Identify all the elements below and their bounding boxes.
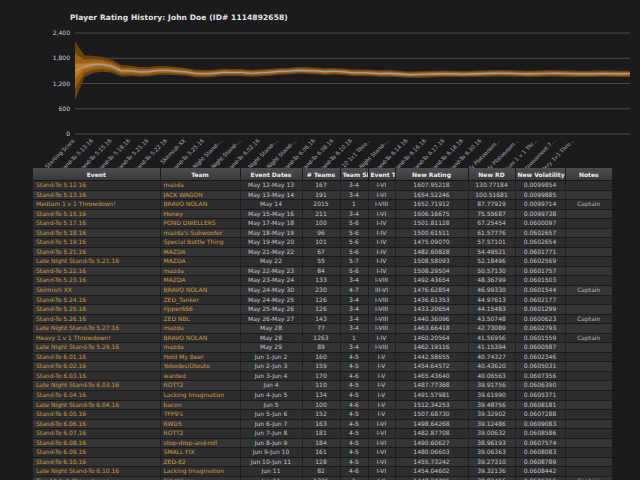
- team-link[interactable]: SMALL FIX: [160, 448, 240, 458]
- event-link[interactable]: Stand-To 6.05.16: [33, 410, 160, 420]
- event-link[interactable]: Stand-To 5.23.16: [33, 276, 160, 286]
- table-row[interactable]: Late Night Stand-To 5.29.16mazdaMay 2989…: [33, 343, 612, 353]
- team-link[interactable]: ZED-E2: [160, 457, 240, 467]
- team-link[interactable]: Special Battle Thing: [160, 238, 240, 248]
- team-link[interactable]: POND DWELLERS: [160, 219, 240, 229]
- team-link[interactable]: ROTT2: [160, 381, 240, 391]
- table-row[interactable]: Stand-To 6.03.16wantedJun 3-Jun 41704-6I…: [33, 371, 612, 381]
- column-header-new-rd[interactable]: New RD: [468, 168, 515, 181]
- team-link[interactable]: 7FP9's: [160, 410, 240, 420]
- team-link[interactable]: Lacking Imagination: [160, 467, 240, 477]
- column-header-event-dates[interactable]: Event Dates: [240, 168, 302, 181]
- table-row[interactable]: Stand-To 6.09.16SMALL FIXJun 9-Jun 10161…: [33, 448, 612, 458]
- event-link[interactable]: Late Night Stand-To 5.27.16: [33, 324, 160, 334]
- column-header-team[interactable]: Team: [160, 168, 240, 181]
- event-link[interactable]: Stand-To 6.09.16: [33, 448, 160, 458]
- table-row[interactable]: Stand-To 5.13.16JACK WAGONMay 13-May 141…: [33, 190, 612, 200]
- column-header-event-tier[interactable]: Event Tier: [368, 168, 395, 181]
- team-link[interactable]: BRAVO NOLAN: [160, 286, 240, 296]
- team-link[interactable]: mazda's Subwoofer: [160, 228, 240, 238]
- table-row[interactable]: Stand-To 6.04.16Lacking ImaginationJun 4…: [33, 391, 612, 401]
- table-row[interactable]: Stand-To 6.08.16stop-drop-and-rollJun 8-…: [33, 438, 612, 448]
- team-link[interactable]: wanted: [160, 371, 240, 381]
- table-row[interactable]: Stand-To 6.10.16ZED-E2Jun 10-Jun 111284-…: [33, 457, 612, 467]
- column-header-new-rating[interactable]: New Rating: [395, 168, 468, 181]
- table-row[interactable]: Late Night Stand-To 6.04.16baconJun 5100…: [33, 400, 612, 410]
- table-row[interactable]: Stand-To 5.21.16MAZDAMay 21-May 22675-6I…: [33, 247, 612, 257]
- event-link[interactable]: Stand-To 5.22.16: [33, 266, 160, 276]
- table-row[interactable]: Late Night Stand-To 5.27.16mazdaMay 2877…: [33, 324, 612, 334]
- team-link[interactable]: mazda: [160, 343, 240, 353]
- table-row[interactable]: Late Night Stand-To 6.10.16Lacking Imagi…: [33, 467, 612, 477]
- column-header-new-volatility[interactable]: New Volatility: [515, 168, 565, 181]
- team-link[interactable]: stop-drop-and-roll: [160, 438, 240, 448]
- column-header-event[interactable]: Event: [33, 168, 160, 181]
- table-row[interactable]: Stand-To 5.22.16mazdaMay 22-May 23845-6I…: [33, 266, 612, 276]
- table-row[interactable]: Stand-To 5.15.16HoneyMay 15-May 162113-4…: [33, 209, 612, 219]
- team-link[interactable]: ZED_Tanker: [160, 295, 240, 305]
- event-link[interactable]: Stand-To 6.08.16: [33, 438, 160, 448]
- event-link[interactable]: Stand-To 5.17.16: [33, 219, 160, 229]
- event-link[interactable]: Late Night Stand-To 6.04.16: [33, 400, 160, 410]
- team-link[interactable]: mazda: [160, 324, 240, 334]
- team-link[interactable]: RWD5: [160, 419, 240, 429]
- event-link[interactable]: Stand-To 5.21.16: [33, 247, 160, 257]
- table-row[interactable]: Skirmish XXBRAVO NOLANMay 24-May 302304-…: [33, 286, 612, 296]
- event-link[interactable]: Skirmish XX: [33, 286, 160, 296]
- column-header-team-size[interactable]: Team Size: [340, 168, 368, 181]
- event-link[interactable]: Stand-To 5.18.16: [33, 228, 160, 238]
- event-link[interactable]: Heavy 1 v 1 Throwdown!: [33, 333, 160, 343]
- event-link[interactable]: Stand-To 5.12.16: [33, 181, 160, 191]
- team-link[interactable]: MAZDA: [160, 247, 240, 257]
- event-link[interactable]: Stand-To 6.02.16: [33, 362, 160, 372]
- table-row[interactable]: Stand-To 6.07.16ROTT2Jun 7-Jun 81814-5I-…: [33, 429, 612, 439]
- table-row[interactable]: Stand-To 5.19.16Special Battle ThingMay …: [33, 238, 612, 248]
- table-row[interactable]: Stand-To 5.23.16MAZDAMay 23-May 241333-4…: [33, 276, 612, 286]
- team-link[interactable]: mazda: [160, 266, 240, 276]
- team-link[interactable]: Lacking Imagination: [160, 391, 240, 401]
- event-link[interactable]: Stand-To 5.19.16: [33, 238, 160, 248]
- table-row[interactable]: Stand-To 6.02.16YokodesiOtoutoJun 2-Jun …: [33, 362, 612, 372]
- event-link[interactable]: Stand-To 5.25.16: [33, 305, 160, 315]
- event-link[interactable]: Stand-To 5.15.16: [33, 209, 160, 219]
- event-link[interactable]: Stand-To 6.03.16: [33, 371, 160, 381]
- event-link[interactable]: Medium 1 v 1 Throwdown!: [33, 200, 160, 210]
- event-link[interactable]: Late Night Stand-To 6.10.16: [33, 467, 160, 477]
- team-link[interactable]: MAZDA: [160, 276, 240, 286]
- team-link[interactable]: BRAVO NOLAN: [160, 200, 240, 210]
- event-link[interactable]: Stand-To 6.04.16: [33, 391, 160, 401]
- table-row[interactable]: Stand-To 5.24.16ZED_TankerMay 24-May 251…: [33, 295, 612, 305]
- team-link[interactable]: Hold My Beer: [160, 352, 240, 362]
- table-row[interactable]: Tier 10 1v1 Throwdown!Bill WilsonJun 111…: [33, 476, 612, 480]
- team-link[interactable]: mazda: [160, 181, 240, 191]
- column-header--teams[interactable]: # Teams: [302, 168, 340, 181]
- event-link[interactable]: Late Night Stand-To 5.21.16: [33, 257, 160, 267]
- team-link[interactable]: JACK WAGON: [160, 190, 240, 200]
- team-link[interactable]: bacon: [160, 400, 240, 410]
- table-row[interactable]: Stand-To 6.06.16RWD5Jun 6-Jun 71634-5I-V…: [33, 419, 612, 429]
- table-row[interactable]: Stand-To 5.26.16ZED NBLMay 26-May 271433…: [33, 314, 612, 324]
- event-link[interactable]: Stand-To 5.13.16: [33, 190, 160, 200]
- table-row[interactable]: Late Night Stand-To 6.03.16ROTT2Jun 4110…: [33, 381, 612, 391]
- event-link[interactable]: Stand-To 6.06.16: [33, 419, 160, 429]
- team-link[interactable]: ripper666: [160, 305, 240, 315]
- table-row[interactable]: Medium 1 v 1 Throwdown!BRAVO NOLANMay 14…: [33, 200, 612, 210]
- table-row[interactable]: Stand-To 5.25.16ripper666May 25-May 2612…: [33, 305, 612, 315]
- table-row[interactable]: Stand-To 5.17.16POND DWELLERSMay 17-May …: [33, 219, 612, 229]
- table-row[interactable]: Stand-To 6.01.16Hold My BeerJun 1-Jun 21…: [33, 352, 612, 362]
- event-link[interactable]: Stand-To 6.10.16: [33, 457, 160, 467]
- table-row[interactable]: Stand-To 6.05.167FP9'sJun 5-Jun 61524-5I…: [33, 410, 612, 420]
- event-link[interactable]: Stand-To 6.07.16: [33, 429, 160, 439]
- team-link[interactable]: ROTT2: [160, 429, 240, 439]
- event-link[interactable]: Late Night Stand-To 5.29.16: [33, 343, 160, 353]
- team-link[interactable]: Bill Wilson: [160, 476, 240, 480]
- team-link[interactable]: ZED NBL: [160, 314, 240, 324]
- table-row[interactable]: Stand-To 5.12.16mazdaMay 12-May 131673-4…: [33, 181, 612, 191]
- event-link[interactable]: Stand-To 5.24.16: [33, 295, 160, 305]
- team-link[interactable]: MAZDA: [160, 257, 240, 267]
- team-link[interactable]: YokodesiOtouto: [160, 362, 240, 372]
- table-row[interactable]: Heavy 1 v 1 Throwdown!BRAVO NOLANMay 281…: [33, 333, 612, 343]
- event-link[interactable]: Late Night Stand-To 6.03.16: [33, 381, 160, 391]
- table-row[interactable]: Late Night Stand-To 5.21.16MAZDAMay 2255…: [33, 257, 612, 267]
- event-link[interactable]: Tier 10 1v1 Throwdown!: [33, 476, 160, 480]
